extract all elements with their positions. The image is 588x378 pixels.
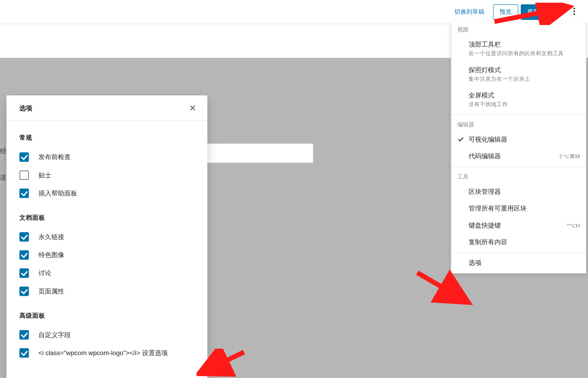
option-advanced-row[interactable]: 自定义字段 — [19, 326, 194, 344]
option-advanced-row[interactable]: <i class="wpcom wpcom-logo"></i> 设置选项 — [19, 344, 194, 362]
option-document-row[interactable]: 特色图像 — [19, 246, 194, 264]
gear-icon — [551, 6, 561, 17]
option-general-row[interactable]: 发布前检查 — [19, 148, 194, 166]
menu-item-label: 区块管理器 — [469, 188, 580, 196]
menu-item-code-editor[interactable]: 代码编辑器 ⇧⌥⌘M — [451, 148, 586, 165]
editor-header-bar: 切换到草稿 预览 更新 — [0, 0, 588, 24]
menu-separator — [451, 167, 586, 167]
menu-item-manage-reusable[interactable]: 管理所有可重用区块 — [451, 200, 586, 217]
menu-item-visual-editor[interactable]: 可视化编辑器 — [451, 131, 586, 148]
menu-item-label: 管理所有可重用区块 — [469, 205, 580, 213]
option-general-row[interactable]: 插入帮助面板 — [19, 184, 194, 202]
checkbox[interactable] — [19, 348, 29, 358]
menu-item-desc: 集中注意力在一个区块上 — [469, 75, 580, 83]
options-modal-header: 选项 — [6, 95, 207, 121]
menu-section-view: 视图 — [451, 22, 586, 36]
menu-item-top-toolbar[interactable]: 顶部工具栏 在一个位置访问所有的区块和文档工具 — [451, 36, 586, 62]
keyboard-shortcut: ^⌥H — [567, 222, 580, 229]
option-document-row[interactable]: 讨论 — [19, 264, 194, 282]
preview-button[interactable]: 预览 — [493, 4, 518, 20]
checkbox[interactable] — [19, 268, 29, 278]
options-modal: 选项 常规 发布前检查贴士插入帮助面板 文档面板 永久链接特色图像讨论页面属性 … — [6, 95, 207, 378]
menu-separator — [451, 114, 586, 115]
menu-item-fullscreen[interactable]: 全屏模式 没有干扰地工作 — [451, 87, 586, 113]
menu-item-label: 顶部工具栏 — [469, 41, 580, 49]
menu-section-tools: 工具 — [451, 169, 586, 183]
kebab-menu-icon — [569, 6, 579, 17]
more-options-button[interactable] — [566, 4, 582, 20]
option-document-row[interactable]: 永久链接 — [19, 228, 194, 246]
svg-point-1 — [573, 10, 575, 12]
svg-point-0 — [573, 8, 575, 9]
checkbox[interactable] — [19, 330, 29, 340]
option-document-label: 讨论 — [38, 269, 51, 277]
menu-item-copy-all[interactable]: 复制所有内容 — [451, 234, 586, 251]
option-document-label: 永久链接 — [38, 233, 64, 241]
option-general-label: 插入帮助面板 — [38, 189, 77, 197]
option-general-label: 贴士 — [38, 171, 51, 179]
dropdown-caret — [570, 19, 577, 23]
menu-item-keyboard-shortcuts[interactable]: 键盘快捷键 ^⌥H — [451, 217, 586, 234]
close-icon — [189, 104, 197, 113]
option-document-label: 特色图像 — [38, 251, 64, 259]
menu-item-label: 全屏模式 — [469, 92, 580, 100]
update-button[interactable]: 更新 — [521, 4, 546, 20]
svg-point-2 — [573, 13, 575, 15]
menu-item-label: 探照灯模式 — [469, 66, 580, 74]
checkbox[interactable] — [19, 232, 29, 242]
menu-item-label: 选项 — [469, 259, 580, 267]
options-section-document: 文档面板 — [19, 214, 194, 222]
option-advanced-label: <i class="wpcom wpcom-logo"></i> 设置选项 — [38, 349, 168, 357]
menu-separator — [451, 253, 586, 253]
menu-item-label: 键盘快捷键 — [469, 221, 580, 229]
checkbox[interactable] — [19, 250, 29, 260]
settings-button[interactable] — [548, 4, 564, 20]
menu-item-spotlight[interactable]: 探照灯模式 集中注意力在一个区块上 — [451, 62, 586, 87]
checkbox[interactable] — [19, 170, 29, 180]
option-general-label: 发布前检查 — [38, 153, 71, 161]
option-advanced-label: 自定义字段 — [38, 331, 71, 339]
menu-item-desc: 在一个位置访问所有的区块和文档工具 — [469, 50, 580, 57]
close-button[interactable] — [187, 103, 198, 113]
menu-item-desc: 没有干扰地工作 — [469, 101, 580, 108]
options-section-advanced: 高级面板 — [19, 312, 194, 320]
option-document-row[interactable]: 页面属性 — [19, 282, 194, 300]
check-icon — [457, 136, 464, 145]
option-document-label: 页面属性 — [38, 287, 64, 295]
option-general-row[interactable]: 贴士 — [19, 166, 194, 184]
keyboard-shortcut: ⇧⌥⌘M — [558, 153, 580, 160]
checkbox[interactable] — [19, 286, 29, 296]
menu-item-label: 可视化编辑器 — [469, 135, 580, 144]
editor-input-block — [206, 143, 313, 163]
options-section-general: 常规 — [19, 134, 194, 142]
options-modal-body: 常规 发布前检查贴士插入帮助面板 文档面板 永久链接特色图像讨论页面属性 高级面… — [6, 121, 207, 378]
menu-item-options[interactable]: 选项 — [451, 255, 586, 272]
options-modal-title: 选项 — [19, 104, 32, 112]
checkbox[interactable] — [19, 152, 29, 162]
checkbox[interactable] — [19, 188, 29, 198]
menu-item-block-manager[interactable]: 区块管理器 — [451, 183, 586, 200]
menu-item-label: 复制所有内容 — [469, 238, 580, 246]
more-options-menu: 视图 顶部工具栏 在一个位置访问所有的区块和文档工具 探照灯模式 集中注意力在一… — [451, 22, 586, 274]
switch-to-draft-button[interactable]: 切换到草稿 — [448, 4, 491, 20]
menu-section-editor: 编辑器 — [451, 117, 586, 131]
